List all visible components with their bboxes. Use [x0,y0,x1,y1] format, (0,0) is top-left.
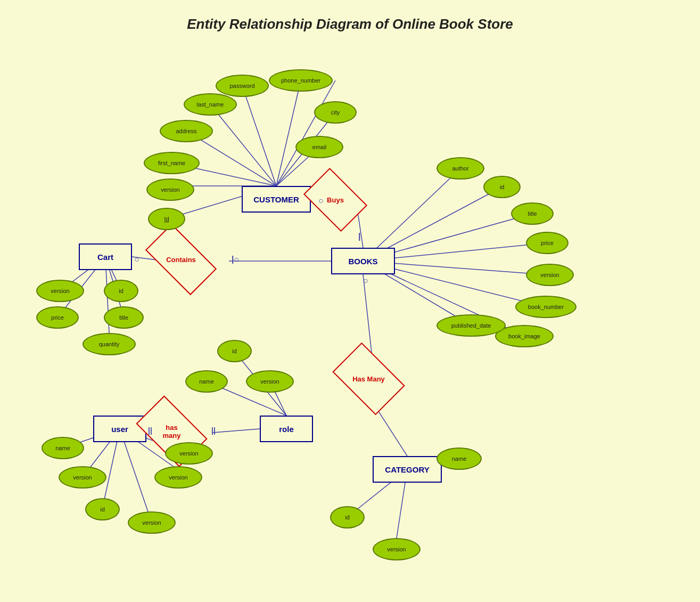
svg-line-0 [242,86,276,186]
attr-cat-version: version [373,538,421,560]
card-customer-buys: ○ [318,196,324,206]
diagram-title: Entity Relationship Diagram of Online Bo… [187,16,513,32]
entity-books: BOOKS [331,248,395,274]
attr-cat-name: name [437,448,482,470]
card-cart-contains: ○ [134,255,139,264]
attr-cart-id: id [104,280,138,302]
entity-customer: CUSTOMER [242,186,311,213]
attr-user-version4: version [165,442,213,465]
attr-role-id: id [217,340,252,362]
card-buys-books: | [358,232,360,241]
diagram-container: Entity Relationship Diagram of Online Bo… [0,0,700,602]
attr-books-id: id [483,176,521,198]
relationship-buys: Buys [309,181,362,218]
attr-books-title: title [511,202,554,225]
attr-cust-address: address [160,120,213,142]
attr-cust-email: email [295,136,343,158]
relationship-hasmany-books-cat: Has Many [338,358,399,400]
svg-line-1 [276,80,301,186]
attr-user-version3: version [154,466,202,489]
attr-cart-title: title [104,306,144,329]
attr-cart-version: version [36,280,84,302]
relationship-contains: Contains [149,241,213,278]
attr-user-id: id [85,498,120,520]
svg-line-36 [213,429,260,433]
attr-cust-version: version [146,178,194,201]
attr-books-author: author [437,157,484,180]
entity-cart: Cart [79,243,132,270]
card-books-hasmany: ○ [363,276,368,286]
attr-books-booknum: book_number [515,296,577,318]
attr-user-name: name [42,437,84,459]
card-hasmany-role: || [211,426,216,435]
card-contains-books: |○ [232,255,239,264]
entity-category: CATEGORY [373,456,442,483]
attr-cart-price: price [36,306,79,329]
attr-cust-phone: phone_number [269,69,333,92]
attr-cat-id: id [330,506,365,528]
attr-user-version1: version [59,466,106,489]
attr-role-name: name [185,370,228,393]
attr-cart-quantity: quantity [83,333,136,355]
attr-books-pubdate: published_date [437,314,506,337]
svg-line-12 [363,168,460,261]
card-user-hasmany: || [148,426,152,435]
attr-books-version: version [526,264,574,286]
attr-user-version2: version [128,511,176,534]
entity-role: role [260,416,313,442]
attr-cust-password: password [216,75,269,97]
svg-line-5 [210,104,276,186]
entity-user: user [93,416,146,442]
attr-cust-lastname: last_name [184,93,237,116]
attr-role-version: version [246,370,294,393]
attr-cust-firstname: first_name [144,152,200,174]
attr-books-price: price [526,232,569,254]
attr-cust-id: Id [148,208,185,230]
attr-cust-city: city [314,101,357,124]
